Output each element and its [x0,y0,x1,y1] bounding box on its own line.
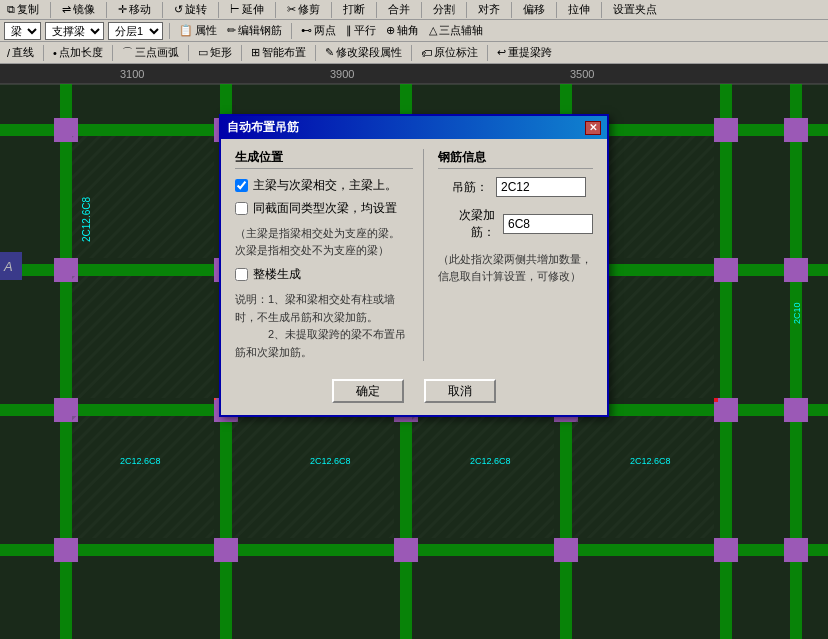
dialog-title: 自动布置吊筋 [227,119,299,136]
right-section-title: 钢筋信息 [438,149,593,169]
split-btn[interactable]: 分割 [430,1,458,18]
parallel-icon: ∥ [346,24,352,37]
rotate-icon: ↺ [174,3,183,16]
sep-r2-2 [291,23,292,39]
in-situ-label-btn[interactable]: 🏷 原位标注 [418,44,481,61]
smart-place-icon: ⊞ [251,46,260,59]
smart-place-btn[interactable]: ⊞ 智能布置 [248,44,309,61]
toolbar-row3: / 直线 • 点加长度 ⌒ 三点画弧 ▭ 矩形 ⊞ 智能布置 ✎ 修改梁段属性 … [0,42,828,64]
break-btn[interactable]: 打断 [340,1,368,18]
edit-rebar-btn[interactable]: ✏ 编辑钢筋 [224,22,285,39]
whole-floor-checkbox[interactable] [235,268,248,281]
two-points-btn[interactable]: ⊷ 两点 [298,22,339,39]
sep-r2-1 [169,23,170,39]
point-len-btn[interactable]: • 点加长度 [50,44,106,61]
secondary-rebar-row: 次梁加筋： [438,207,593,241]
toolbar-row1: ⧉ 复制 ⇌ 镜像 ✛ 移动 ↺ 旋转 ⊢ 延伸 ✂ 修剪 打断 合并 分割 对… [0,0,828,20]
beam-type-select[interactable]: 支撑梁 [45,22,104,40]
sep8 [421,2,422,18]
trim-btn[interactable]: ✂ 修剪 [284,1,323,18]
sep-r3-5 [315,45,316,61]
arc-btn[interactable]: ⌒ 三点画弧 [119,44,182,61]
layer-select[interactable]: 分层1 [108,22,163,40]
attr-icon: 📋 [179,24,193,37]
sep12 [601,2,602,18]
three-axis-btn[interactable]: △ 三点辅轴 [426,22,486,39]
dialog-footer: 确定 取消 [221,371,607,415]
note1-text: （主梁是指梁相交处为支座的梁。次梁是指相交处不为支座的梁） [235,225,413,258]
rect-btn[interactable]: ▭ 矩形 [195,44,235,61]
re-extract-btn[interactable]: ↩ 重提梁跨 [494,44,555,61]
point-len-icon: • [53,47,57,59]
line-icon: / [7,47,10,59]
confirm-button[interactable]: 确定 [332,379,404,403]
sep-r3-4 [241,45,242,61]
sep4 [218,2,219,18]
modify-segment-btn[interactable]: ✎ 修改梁段属性 [322,44,405,61]
sep10 [511,2,512,18]
re-extract-icon: ↩ [497,46,506,59]
sep5 [275,2,276,18]
checkbox3-label: 整楼生成 [253,266,301,283]
hanging-rebar-row: 吊筋： [438,177,593,197]
extend-btn[interactable]: ⊢ 延伸 [227,1,267,18]
copy-btn[interactable]: ⧉ 复制 [4,1,42,18]
secondary-label: 次梁加筋： [438,207,495,241]
auto-layout-dialog: 自动布置吊筋 ✕ 生成位置 主梁与次梁相交，主梁上。 同截面同类型次梁，均设置 [219,114,609,417]
sep-r3-6 [411,45,412,61]
two-points-icon: ⊷ [301,24,312,37]
notes-label: 说明：1、梁和梁相交处有柱或墙时，不生成吊筋和次梁加筋。 [235,293,395,323]
same-section-checkbox[interactable] [235,202,248,215]
move-btn[interactable]: ✛ 移动 [115,1,154,18]
sep11 [556,2,557,18]
close-button[interactable]: ✕ [585,121,601,135]
cancel-button[interactable]: 取消 [424,379,496,403]
rect-icon: ▭ [198,46,208,59]
copy-icon: ⧉ [7,3,15,16]
arc-icon: ⌒ [122,45,133,60]
sep3 [162,2,163,18]
checkbox3-row: 整楼生成 [235,266,413,283]
hanging-input[interactable] [496,177,586,197]
main-secondary-intersect-checkbox[interactable] [235,179,248,192]
dialog-columns: 生成位置 主梁与次梁相交，主梁上。 同截面同类型次梁，均设置 （主梁是指梁相交处… [235,149,593,361]
toolbar-row2: 梁 支撑梁 分层1 📋 属性 ✏ 编辑钢筋 ⊷ 两点 ∥ 平行 ⊕ 轴角 △ 三… [0,20,828,42]
trim-icon: ✂ [287,3,296,16]
sep-r3-2 [112,45,113,61]
axis-btn[interactable]: ⊕ 轴角 [383,22,422,39]
notes-section: 说明：1、梁和梁相交处有柱或墙时，不生成吊筋和次梁加筋。 2、未提取梁跨的梁不布… [235,291,413,361]
sep-r3-7 [487,45,488,61]
dialog-right-section: 钢筋信息 吊筋： 次梁加筋： （此处指次梁两侧共增加数量，信息取自计算设置，可修… [423,149,593,361]
checkbox1-label: 主梁与次梁相交，主梁上。 [253,177,397,194]
move-icon: ✛ [118,3,127,16]
attr-btn[interactable]: 📋 属性 [176,22,220,39]
sep2 [106,2,107,18]
line-btn[interactable]: / 直线 [4,44,37,61]
dialog-left-section: 生成位置 主梁与次梁相交，主梁上。 同截面同类型次梁，均设置 （主梁是指梁相交处… [235,149,423,361]
three-axis-icon: △ [429,24,437,37]
mirror-icon: ⇌ [62,3,71,16]
sep9 [466,2,467,18]
right-note: （此处指次梁两侧共增加数量，信息取自计算设置，可修改） [438,251,593,284]
sep-r3-1 [43,45,44,61]
checkbox2-label: 同截面同类型次梁，均设置 [253,200,397,217]
sep-r3-3 [188,45,189,61]
merge-btn[interactable]: 合并 [385,1,413,18]
axis-icon: ⊕ [386,24,395,37]
secondary-input[interactable] [503,214,593,234]
dialog-titlebar: 自动布置吊筋 ✕ [221,116,607,139]
stretch-btn[interactable]: 拉伸 [565,1,593,18]
grip-btn[interactable]: 设置夹点 [610,1,660,18]
parallel-btn[interactable]: ∥ 平行 [343,22,379,39]
mirror-btn[interactable]: ⇌ 镜像 [59,1,98,18]
edit-rebar-icon: ✏ [227,24,236,37]
notes-detail: 2、未提取梁跨的梁不布置吊筋和次梁加筋。 [235,328,406,358]
offset-btn[interactable]: 偏移 [520,1,548,18]
sep1 [50,2,51,18]
layer-type-select[interactable]: 梁 [4,22,41,40]
align-btn[interactable]: 对齐 [475,1,503,18]
extend-icon: ⊢ [230,3,240,16]
rotate-btn[interactable]: ↺ 旋转 [171,1,210,18]
checkbox1-row: 主梁与次梁相交，主梁上。 [235,177,413,194]
dialog-overlay: 自动布置吊筋 ✕ 生成位置 主梁与次梁相交，主梁上。 同截面同类型次梁，均设置 [0,64,828,639]
